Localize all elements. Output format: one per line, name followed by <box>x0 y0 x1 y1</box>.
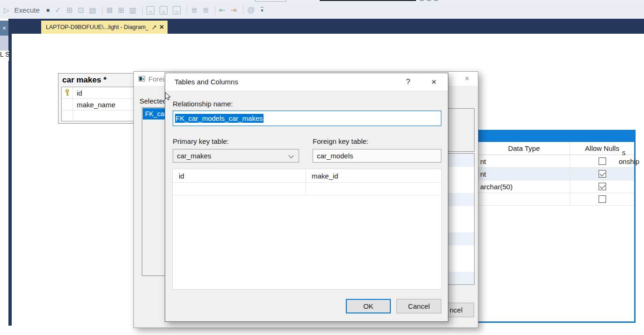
duplicate-window-icon[interactable]: ⊡ <box>78 7 84 14</box>
document-tab-strip: LAPTOP-D9BOFUUE\...light - Diagram_0* ⊸ … <box>8 19 644 34</box>
relationship-name-input[interactable]: FK_car_models_car_makes <box>173 111 441 126</box>
data-type-cell[interactable]: nt <box>478 168 570 180</box>
primary-key-table-label: Primary key table: <box>173 137 229 145</box>
manage-relationships-icon[interactable]: ▥ <box>129 7 136 14</box>
new-table-icon[interactable]: ⊞ <box>66 7 72 14</box>
column-name: make_name <box>73 101 116 109</box>
tc-dialog-title: Tables and Columns <box>175 78 238 86</box>
main-toolbar: ▷ Execute ■ ✓ ⊞ ⊡ ▤ ⊠ ⊞ ▥ 01 01 01 ≣ ≣ ⇤… <box>0 1 644 19</box>
autosize-tables-icon[interactable]: ⇤ <box>219 7 225 14</box>
document-tab[interactable]: LAPTOP-D9BOFUUE\...light - Diagram_0* ⊸ … <box>41 21 168 34</box>
grid-row[interactable] <box>173 183 441 195</box>
toolbar-separator <box>215 6 215 15</box>
parse-query-icon[interactable]: ✓ <box>55 7 61 14</box>
allow-nulls-cell <box>570 168 634 180</box>
designer-row[interactable] <box>478 193 634 206</box>
window-edge-divider <box>8 19 12 326</box>
show-row-list-icon[interactable]: ≣ <box>191 7 197 14</box>
relationship-dialog-icon <box>139 76 145 82</box>
table-designer-window: Data Type Allow Nulls nt nt archar(50) <box>478 130 636 323</box>
run-icon[interactable]: ▷ <box>4 7 9 14</box>
column-name: id <box>73 89 82 97</box>
top-icon-fragment <box>420 0 424 1</box>
add-table-icon[interactable]: ⊠ <box>106 7 112 14</box>
toolbar-separator <box>102 6 102 15</box>
column-mapping-grid[interactable]: id make_id <box>172 169 442 290</box>
pin-icon[interactable]: ⊸ <box>149 22 159 32</box>
allow-nulls-cell <box>570 180 634 193</box>
ok-button[interactable]: OK <box>346 299 391 313</box>
generate-change-script-icon[interactable]: 01 <box>146 6 154 15</box>
allow-nulls-checkbox[interactable] <box>599 170 606 178</box>
toolbar-overflow-icon[interactable]: ▾ <box>261 7 263 13</box>
mouse-cursor <box>165 92 171 101</box>
new-annotation-icon[interactable]: @ <box>247 7 255 14</box>
cancel-button[interactable]: Cancel <box>396 299 441 313</box>
foreign-key-table-label: Foreign key table: <box>313 137 368 145</box>
key-cell <box>62 99 73 110</box>
relationship-name-label: Relationship name: <box>173 100 233 108</box>
data-type-cell[interactable]: archar(50) <box>478 180 570 193</box>
tables-and-columns-dialog: Tables and Columns ? × Relationship name… <box>165 73 448 322</box>
fk-text-fragment: onship <box>619 157 639 165</box>
designer-row[interactable]: archar(50) <box>478 180 634 193</box>
recalculate-page-breaks-icon[interactable]: 01 <box>173 6 181 15</box>
top-icon-fragment <box>434 0 438 1</box>
pk-column-cell[interactable]: id <box>173 172 306 180</box>
arrange-tables-icon[interactable]: ⇥ <box>231 7 237 14</box>
designer-header-row: Data Type Allow Nulls <box>478 142 634 155</box>
close-icon[interactable]: × <box>426 76 441 88</box>
key-cell <box>62 87 73 98</box>
ssms-window: ▷ Execute ■ ✓ ⊞ ⊡ ▤ ⊠ ⊞ ▥ 01 01 01 ≣ ≣ ⇤… <box>0 0 644 335</box>
document-tab-title: LAPTOP-D9BOFUUE\...light - Diagram_0* <box>46 24 148 30</box>
diagram-table-title: car makes * <box>62 75 107 85</box>
key-cell <box>62 111 73 122</box>
left-panel-fragment <box>0 36 8 52</box>
chevron-down-icon <box>288 153 293 158</box>
designer-row[interactable]: nt <box>478 168 634 180</box>
toolbar-separator <box>243 6 243 15</box>
close-tab-icon[interactable]: × <box>160 23 164 31</box>
foreign-key-table-value: car_models <box>317 152 353 160</box>
left-panel-close-icon[interactable]: × <box>0 21 8 36</box>
allow-nulls-checkbox[interactable] <box>599 183 606 190</box>
show-row-list-alt-icon[interactable]: ≣ <box>203 7 209 14</box>
view-page-breaks-icon[interactable]: 01 <box>160 6 168 15</box>
fk-dialog-title: Forei <box>148 75 164 83</box>
foreign-key-table-field[interactable]: car_models <box>313 149 441 163</box>
selected-text: FK_car_models_car_makes <box>175 114 263 123</box>
selected-relationship-label: Selected <box>139 97 167 105</box>
grid-row[interactable]: id make_id <box>173 169 441 183</box>
column-header-data-type[interactable]: Data Type <box>478 142 570 155</box>
designer-row[interactable]: nt <box>478 155 634 168</box>
fk-close-icon[interactable]: × <box>461 74 473 83</box>
primary-key-icon <box>65 89 70 97</box>
allow-nulls-checkbox[interactable] <box>599 195 606 203</box>
primary-key-table-dropdown[interactable]: car_makes <box>173 149 299 163</box>
add-related-tables-icon[interactable]: ⊞ <box>118 7 124 14</box>
top-icon-fragment <box>427 0 431 1</box>
data-type-cell[interactable] <box>478 193 570 205</box>
stop-icon[interactable]: ■ <box>46 7 50 13</box>
allow-nulls-checkbox[interactable] <box>599 157 606 165</box>
toolbar-separator <box>187 6 187 15</box>
allow-nulls-cell <box>570 193 634 205</box>
left-panel-text-fragment: L S <box>0 51 9 61</box>
help-icon[interactable]: ? <box>402 76 415 88</box>
top-dark-bar-fragment <box>320 0 416 1</box>
fk-column-cell[interactable]: make_id <box>306 172 439 180</box>
fk-text-fragment: s <box>622 149 626 156</box>
primary-key-table-value: car_makes <box>177 152 211 160</box>
properties-window-icon[interactable]: ▤ <box>89 7 96 14</box>
data-type-cell[interactable]: nt <box>478 155 570 167</box>
toolbar-separator <box>142 6 143 15</box>
designer-titlebar[interactable] <box>478 130 634 142</box>
execute-button[interactable]: Execute <box>15 7 40 14</box>
